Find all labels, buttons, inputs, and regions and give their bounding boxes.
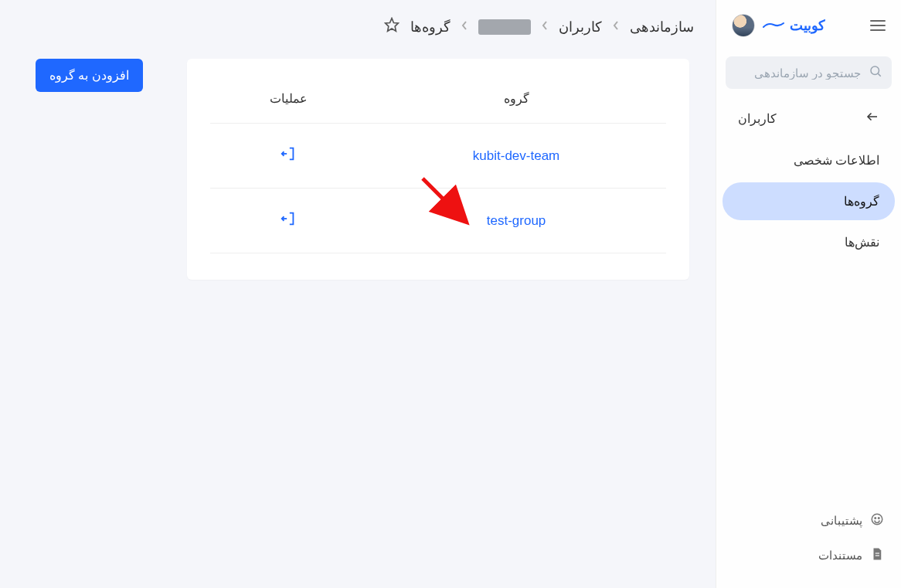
- footer-item-support[interactable]: پشتیبانی: [716, 503, 901, 538]
- arrow-back-icon: [865, 110, 879, 127]
- svg-point-4: [875, 518, 876, 519]
- footer-item-label: مستندات: [818, 549, 862, 563]
- breadcrumb: سازماندهی کاربران گروه‌ها: [0, 0, 716, 53]
- th-actions: عملیات: [210, 79, 366, 124]
- chevron-left-icon: [461, 19, 468, 35]
- sidebar-item-label: گروه‌ها: [844, 194, 879, 209]
- main: سازماندهی کاربران گروه‌ها افزودن به گروه…: [0, 0, 716, 588]
- brand-wrap: کوبیت: [732, 14, 825, 37]
- sidebar-item-users[interactable]: کاربران: [722, 98, 895, 138]
- leave-group-icon[interactable]: [280, 145, 297, 162]
- th-group: گروه: [366, 79, 666, 124]
- svg-marker-8: [386, 19, 399, 32]
- svg-rect-7: [876, 556, 879, 556]
- chevron-left-icon: [613, 19, 619, 35]
- crumb-organizing[interactable]: سازماندهی: [630, 19, 694, 36]
- table-row: test-group: [210, 189, 666, 253]
- chevron-left-icon: [542, 19, 548, 35]
- crumb-user-redacted[interactable]: [478, 19, 531, 35]
- svg-rect-6: [876, 553, 879, 554]
- sidebar-item-personal-info[interactable]: اطلاعات شخصی: [722, 141, 895, 179]
- search-icon: [869, 64, 882, 81]
- groups-card: گروه عملیات kubit-dev-team test-group: [187, 59, 689, 280]
- document-icon: [870, 547, 884, 563]
- brand-logo-icon: [763, 18, 784, 34]
- crumb-users[interactable]: کاربران: [559, 19, 602, 36]
- sidebar-item-groups[interactable]: گروه‌ها: [722, 182, 895, 220]
- sidebar-item-label: اطلاعات شخصی: [794, 153, 879, 168]
- brand-name: کوبیت: [790, 17, 825, 34]
- crumb-groups: گروه‌ها: [410, 19, 450, 36]
- sidebar-item-label: کاربران: [738, 111, 777, 126]
- group-link[interactable]: kubit-dev-team: [473, 148, 559, 163]
- sidebar-footer: پشتیبانی مستندات: [716, 503, 901, 588]
- svg-point-0: [871, 66, 879, 75]
- sidebar: کوبیت کاربران اطلاعات شخصی گروه‌ها نقش‌ه…: [716, 0, 901, 588]
- sidebar-header: کوبیت: [716, 0, 901, 49]
- brand[interactable]: کوبیت: [763, 17, 825, 34]
- add-to-group-button[interactable]: افزودن به گروه: [36, 59, 143, 92]
- footer-item-docs[interactable]: مستندات: [716, 538, 901, 573]
- groups-table: گروه عملیات kubit-dev-team test-group: [210, 79, 666, 253]
- menu-icon[interactable]: [870, 20, 886, 31]
- group-link[interactable]: test-group: [487, 213, 546, 228]
- avatar[interactable]: [732, 14, 755, 37]
- footer-item-label: پشتیبانی: [821, 514, 862, 528]
- sidebar-item-roles[interactable]: نقش‌ها: [722, 223, 895, 261]
- search-input[interactable]: [714, 66, 861, 80]
- leave-group-icon[interactable]: [280, 210, 297, 227]
- table-row: kubit-dev-team: [210, 124, 666, 189]
- svg-line-1: [878, 73, 880, 76]
- sidebar-item-label: نقش‌ها: [845, 235, 879, 250]
- support-icon: [870, 512, 884, 529]
- search-box[interactable]: [726, 56, 892, 89]
- star-icon[interactable]: [384, 17, 400, 36]
- svg-point-5: [879, 518, 880, 519]
